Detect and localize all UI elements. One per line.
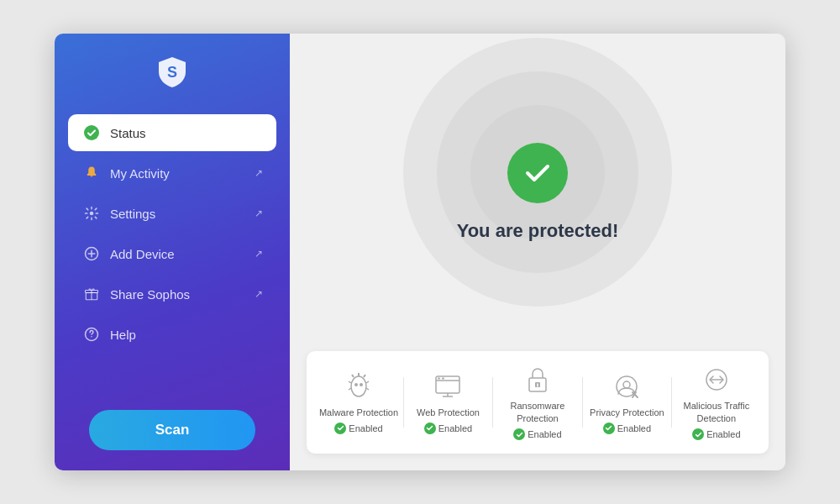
app-window: S Status My Activity ↗ <box>55 34 785 470</box>
privacy-icon <box>614 371 639 402</box>
svg-point-29 <box>623 381 630 388</box>
malware-status-label: Enabled <box>349 423 382 433</box>
svg-line-13 <box>349 381 351 383</box>
protection-item-malicious-traffic: Malicious Traffic Detection Enabled <box>677 365 757 440</box>
svg-point-1 <box>84 125 99 140</box>
svg-rect-22 <box>442 377 444 379</box>
svg-point-17 <box>354 383 358 386</box>
malicious-traffic-check-icon <box>692 428 704 440</box>
protection-item-malware: Malware Protection Enabled <box>319 371 399 434</box>
svg-point-18 <box>360 383 363 386</box>
sidebar-item-share-sophos-label: Share Sophos <box>110 287 255 302</box>
sidebar-item-add-device-label: Add Device <box>110 247 255 261</box>
divider-3 <box>582 377 583 428</box>
privacy-check-icon <box>603 423 615 434</box>
ransomware-icon <box>526 365 549 395</box>
divider-1 <box>403 377 404 428</box>
sidebar: S Status My Activity ↗ <box>55 34 290 470</box>
divider-4 <box>671 377 672 428</box>
sidebar-item-help-label: Help <box>110 328 263 342</box>
svg-text:S: S <box>167 64 177 81</box>
sidebar-item-help[interactable]: Help <box>68 316 276 353</box>
svg-line-11 <box>364 375 365 377</box>
sidebar-item-status-label: Status <box>110 126 263 140</box>
scan-button[interactable]: Scan <box>89 410 255 450</box>
protection-item-privacy: Privacy Protection Enabled <box>587 371 667 434</box>
divider-2 <box>492 377 493 428</box>
web-icon <box>434 371 461 402</box>
plus-circle-icon <box>81 244 102 264</box>
protected-area: You are protected! <box>307 50 769 351</box>
protection-item-ransomware: Ransomware Protection Enabled <box>498 365 578 440</box>
app-logo: S <box>154 54 191 94</box>
privacy-label: Privacy Protection <box>590 407 664 418</box>
svg-rect-21 <box>438 377 440 379</box>
external-link-icon-activity: ↗ <box>255 167 263 179</box>
malicious-traffic-icon <box>704 365 729 395</box>
check-circle-icon <box>81 123 102 143</box>
malware-label: Malware Protection <box>319 407 398 418</box>
gear-icon <box>81 203 102 223</box>
protection-bar: Malware Protection Enabled <box>307 351 769 454</box>
malicious-traffic-status: Enabled <box>692 428 740 440</box>
main-content: You are protected! <box>290 34 785 470</box>
sidebar-item-my-activity[interactable]: My Activity ↗ <box>68 155 276 192</box>
ransomware-check-icon <box>513 428 525 440</box>
svg-line-14 <box>366 381 369 383</box>
external-link-icon-settings: ↗ <box>255 207 263 219</box>
malicious-traffic-label: Malicious Traffic Detection <box>677 400 757 424</box>
sidebar-item-settings-label: Settings <box>110 207 255 221</box>
privacy-status-label: Enabled <box>617 423 651 433</box>
sidebar-item-add-device[interactable]: Add Device ↗ <box>68 235 276 272</box>
svg-point-2 <box>90 212 94 216</box>
sidebar-item-settings[interactable]: Settings ↗ <box>68 195 276 232</box>
svg-point-8 <box>91 336 92 338</box>
svg-point-12 <box>351 376 366 396</box>
malicious-traffic-status-label: Enabled <box>706 429 740 439</box>
web-label: Web Protection <box>417 407 480 418</box>
gift-icon <box>81 284 102 304</box>
ransomware-status: Enabled <box>513 428 561 440</box>
protection-item-web: Web Protection Enabled <box>408 371 488 434</box>
sidebar-item-share-sophos[interactable]: Share Sophos ↗ <box>68 276 276 312</box>
malware-check-icon <box>334 423 346 434</box>
web-check-icon <box>424 423 436 434</box>
external-link-icon-share: ↗ <box>255 288 263 300</box>
bell-icon <box>81 163 102 183</box>
sidebar-item-my-activity-label: My Activity <box>110 166 255 181</box>
web-status: Enabled <box>424 423 472 434</box>
malware-status: Enabled <box>334 423 382 434</box>
svg-line-15 <box>349 388 351 390</box>
question-circle-icon <box>81 324 102 344</box>
malware-icon <box>347 371 370 402</box>
ransomware-label: Ransomware Protection <box>498 400 578 424</box>
sidebar-item-status[interactable]: Status <box>68 114 276 151</box>
protected-checkmark <box>507 143 568 203</box>
svg-line-10 <box>352 375 354 377</box>
svg-line-16 <box>366 388 369 390</box>
web-status-label: Enabled <box>438 423 472 433</box>
privacy-status: Enabled <box>603 423 651 434</box>
ransomware-status-label: Enabled <box>528 429 561 439</box>
external-link-icon-add-device: ↗ <box>255 248 263 260</box>
protected-message: You are protected! <box>457 220 619 242</box>
